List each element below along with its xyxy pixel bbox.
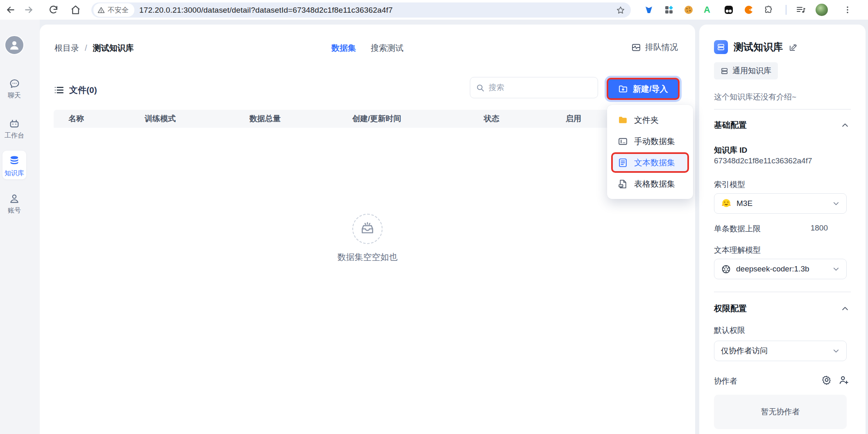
ext-v-icon[interactable]	[644, 5, 654, 15]
queue-status-button[interactable]: 排队情况	[631, 42, 678, 53]
chevron-up-icon[interactable]	[841, 121, 849, 129]
col-training-mode: 训练模式	[145, 110, 176, 128]
folder-import-icon	[618, 84, 628, 94]
menu-item-folder[interactable]: 文件夹	[611, 110, 689, 130]
max-chunk-value: 1800	[811, 224, 828, 233]
create-import-button[interactable]: 新建/导入	[607, 78, 680, 100]
chevron-down-icon	[832, 200, 840, 207]
tab-dataset[interactable]: 数据集	[331, 43, 356, 54]
kb-avatar-icon	[714, 40, 728, 54]
collaborators-empty-box: 暂无协作者	[714, 395, 847, 429]
create-import-label: 新建/导入	[633, 84, 668, 95]
collaborators-label: 协作者	[714, 376, 737, 387]
menu-item-text-dataset[interactable]: 文本数据集	[611, 152, 689, 173]
divider	[714, 292, 851, 292]
chevron-down-icon	[832, 265, 840, 273]
extensions-puzzle-icon[interactable]	[764, 5, 774, 15]
url-bar[interactable]: 不安全 172.20.0.21:3000/dataset/detail?data…	[91, 2, 631, 18]
kb-id-label: 知识库 ID	[714, 145, 747, 156]
chat-bubble-icon	[9, 78, 20, 89]
back-icon[interactable]	[5, 5, 16, 15]
app-area: 聊天 工作台 知识库 账号 根目录 / 测试知识库	[0, 20, 868, 434]
menu-item-label: 手动数据集	[634, 136, 675, 147]
server-icon	[717, 43, 725, 51]
security-chip[interactable]: 不安全	[93, 3, 134, 17]
max-chunk-label: 单条数据上限	[714, 224, 761, 234]
col-enabled: 启用	[566, 110, 581, 128]
chevron-up-icon[interactable]	[841, 305, 849, 313]
huggingface-icon	[721, 198, 732, 209]
divider	[714, 109, 851, 110]
breadcrumb-current: 测试知识库	[93, 43, 134, 54]
menu-item-manual-dataset[interactable]: 手动数据集	[611, 131, 689, 151]
list-icon	[54, 85, 64, 95]
openai-icon	[721, 264, 731, 274]
search-input[interactable]	[489, 83, 583, 92]
sidebar-item-label: 账号	[8, 206, 21, 215]
forward-icon[interactable]	[23, 5, 34, 15]
url-text[interactable]: 172.20.0.21:3000/dataset/detail?datasetI…	[139, 6, 393, 15]
kb-description: 这个知识库还没有介绍~	[714, 92, 796, 102]
section-perm-config: 权限配置	[714, 303, 747, 314]
menu-item-label: 表格数据集	[634, 179, 675, 190]
sidebar-item-knowledge-base[interactable]: 知识库	[0, 155, 29, 178]
ext-a-icon[interactable]: A	[704, 5, 710, 14]
breadcrumb: 根目录 / 测试知识库	[54, 43, 134, 54]
manual-dataset-icon	[618, 136, 628, 147]
chevron-down-icon	[832, 347, 840, 355]
index-model-select[interactable]: M3E	[714, 193, 847, 214]
toolbar-separator	[786, 5, 786, 15]
person-add-icon[interactable]	[839, 375, 849, 385]
text-model-label: 文本理解模型	[714, 245, 761, 255]
sidebar-item-account[interactable]: 账号	[0, 193, 29, 215]
default-perm-select[interactable]: 仅协作者访问	[714, 341, 847, 361]
sidebar-item-label: 聊天	[8, 91, 21, 100]
kb-type-label: 通用知识库	[732, 66, 771, 76]
gear-icon[interactable]	[821, 375, 832, 385]
empty-inbox-icon	[360, 221, 375, 237]
ext-grid-icon[interactable]	[664, 5, 674, 15]
menu-item-label: 文件夹	[634, 115, 659, 126]
kb-title: 测试知识库	[734, 41, 783, 54]
profile-avatar[interactable]	[816, 4, 828, 16]
menu-item-label: 文本数据集	[634, 157, 675, 168]
dataset-tabs: 数据集 搜索测试	[331, 43, 403, 54]
ext-orange-icon[interactable]	[744, 5, 754, 15]
tab-search-test[interactable]: 搜索测试	[371, 43, 403, 54]
sidebar-item-label: 工作台	[5, 131, 24, 140]
dataset-panel: 根目录 / 测试知识库 数据集 搜索测试 排队情况 文件(0)	[40, 25, 695, 434]
database-icon	[8, 155, 20, 167]
table-header-row: 名称 训练模式 数据总量 创建/更新时间 状态 启用	[54, 110, 685, 128]
text-model-value: deepseek-coder:1.3b	[736, 264, 809, 274]
menu-item-table-dataset[interactable]: csv 表格数据集	[611, 174, 689, 194]
edit-icon[interactable]	[789, 43, 798, 52]
csv-dataset-icon: csv	[618, 179, 628, 189]
files-title-label: 文件(0)	[69, 84, 97, 96]
create-import-menu: 文件夹 手动数据集 文本数据集 csv 表格数据集	[607, 105, 693, 199]
col-created-updated: 创建/更新时间	[352, 110, 401, 128]
section-base-config: 基础配置	[714, 120, 747, 131]
search-box[interactable]	[470, 77, 598, 98]
warning-triangle-icon	[97, 7, 105, 14]
empty-state-icon	[352, 214, 383, 244]
text-model-select[interactable]: deepseek-coder:1.3b	[714, 259, 847, 279]
home-icon[interactable]	[70, 5, 81, 15]
ext-cookie-icon[interactable]	[684, 5, 693, 15]
col-name: 名称	[68, 110, 84, 128]
sidebar-item-chat[interactable]: 聊天	[0, 78, 29, 100]
playlist-icon[interactable]	[796, 5, 806, 15]
browser-menu-kebab-icon[interactable]	[843, 5, 852, 14]
kb-id-value: 67348d2c1f8e11c36362a4f7	[714, 156, 812, 165]
bookmark-star-icon[interactable]	[616, 6, 625, 15]
reload-icon[interactable]	[48, 5, 59, 15]
security-chip-label: 不安全	[108, 5, 129, 15]
kb-type-tag: 通用知识库	[714, 62, 778, 79]
ext-panda-icon[interactable]	[724, 5, 734, 15]
col-data-total: 数据总量	[249, 110, 281, 128]
sidebar-item-label: 知识库	[5, 169, 24, 178]
user-avatar[interactable]	[5, 35, 24, 55]
sidebar-item-workbench[interactable]: 工作台	[0, 118, 29, 140]
breadcrumb-separator: /	[85, 43, 87, 53]
folder-icon	[618, 115, 628, 125]
breadcrumb-root[interactable]: 根目录	[54, 43, 79, 54]
